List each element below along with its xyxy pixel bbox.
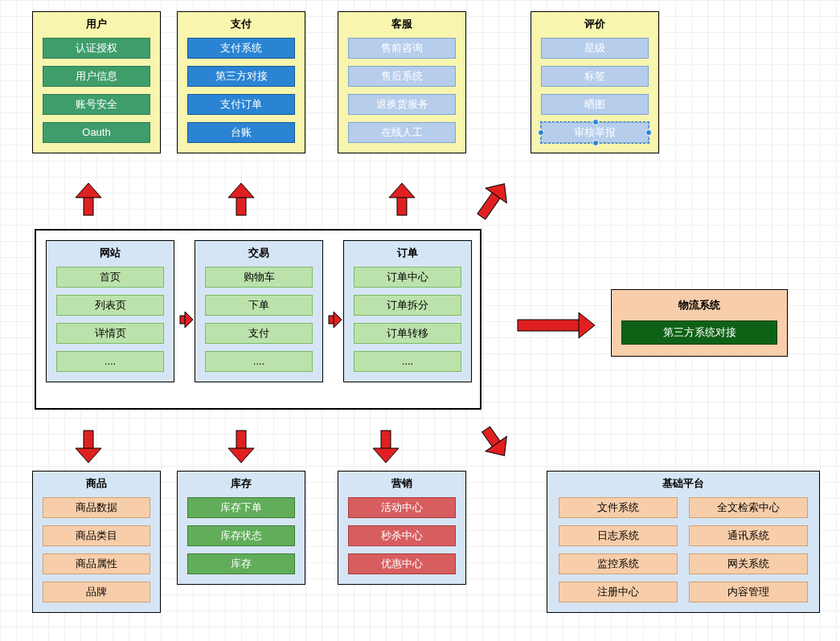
- module-review-title: 评价: [531, 12, 658, 35]
- module-marketing: 营销 活动中心 秒杀中心 优惠中心: [338, 471, 466, 585]
- item-order-transfer: 订单转移: [354, 323, 461, 344]
- module-goods: 商品 商品数据 商品类目 商品属性 品牌: [32, 471, 161, 613]
- selection-handle-icon[interactable]: [592, 119, 599, 125]
- arrow-down-icon: [373, 431, 399, 463]
- module-platform: 基础平台 文件系统 全文检索中心 日志系统 通讯系统 监控系统 网关系统 注册中…: [547, 471, 820, 613]
- module-order-title: 订单: [344, 241, 471, 263]
- item-goods-data: 商品数据: [43, 497, 150, 518]
- selection-handle-icon[interactable]: [538, 129, 544, 136]
- item-order-split: 订单拆分: [354, 295, 461, 316]
- item-dots3: ....: [354, 351, 461, 372]
- item-home: 首页: [56, 267, 164, 288]
- module-site: 网站 首页 列表页 详情页 ....: [46, 240, 174, 382]
- item-comm: 通讯系统: [689, 525, 808, 546]
- item-photo: 晒图: [541, 94, 649, 115]
- module-logistics: 物流系统 第三方系统对接: [611, 289, 788, 357]
- item-pay-order: 支付订单: [187, 94, 295, 115]
- arrow-diagonal-down-icon: [475, 422, 514, 463]
- item-3rd-sys: 第三方系统对接: [621, 320, 777, 345]
- item-online-human: 在线人工: [348, 122, 456, 143]
- item-monitor: 监控系统: [559, 553, 678, 574]
- arrow-diagonal-up-icon: [471, 177, 515, 224]
- item-auth: 认证授权: [43, 38, 150, 59]
- item-log: 日志系统: [559, 525, 678, 546]
- module-order: 订单 订单中心 订单拆分 订单转移 ....: [343, 240, 472, 382]
- item-file-sys: 文件系统: [559, 497, 678, 518]
- module-site-title: 网站: [47, 241, 174, 263]
- item-stock-status: 库存状态: [187, 525, 295, 546]
- module-cs: 客服 售前咨询 售后系统 退换货服务 在线人工: [338, 11, 466, 153]
- item-goods-attr: 商品属性: [43, 553, 150, 574]
- diagram-canvas: 用户 认证授权 用户信息 账号安全 Oauth 支付 支付系统 第三方对接 支付…: [0, 0, 840, 641]
- item-search: 全文检索中心: [689, 497, 808, 518]
- module-logistics-title: 物流系统: [612, 290, 787, 317]
- item-aftersale: 售后系统: [348, 66, 456, 87]
- item-tag: 标签: [541, 66, 649, 87]
- item-stock: 库存: [187, 553, 295, 574]
- module-stock: 库存 库存下单 库存状态 库存: [177, 471, 305, 585]
- item-star: 星级: [541, 38, 649, 59]
- selection-handle-icon[interactable]: [592, 140, 599, 146]
- item-pay-3rd: 第三方对接: [187, 66, 295, 87]
- item-dots2: ....: [205, 351, 313, 372]
- item-brand: 品牌: [43, 582, 150, 602]
- module-trade: 交易 购物车 下单 支付 ....: [195, 240, 323, 382]
- item-account-security: 账号安全: [43, 94, 150, 115]
- module-review: 评价 星级 标签 晒图 审核举报: [531, 11, 659, 153]
- item-place-order: 下单: [205, 295, 313, 316]
- module-stock-title: 库存: [178, 472, 305, 494]
- module-user: 用户 认证授权 用户信息 账号安全 Oauth: [32, 11, 161, 153]
- selection-handle-icon[interactable]: [645, 129, 652, 136]
- item-pay: 支付: [205, 323, 313, 344]
- module-pay-title: 支付: [178, 12, 305, 35]
- arrow-up-icon: [76, 183, 101, 215]
- item-goods-category: 商品类目: [43, 525, 150, 546]
- core-container: 网站 首页 列表页 详情页 .... 交易 购物车 下单 支付 .... 订单 …: [35, 229, 481, 410]
- item-pay-system: 支付系统: [187, 38, 295, 59]
- module-marketing-title: 营销: [338, 472, 465, 494]
- module-pay: 支付 支付系统 第三方对接 支付订单 台账: [177, 11, 305, 153]
- item-dots: ....: [56, 351, 164, 372]
- arrow-up-icon: [228, 183, 254, 215]
- module-cs-title: 客服: [338, 12, 465, 35]
- arrow-right-large-icon: [518, 312, 595, 338]
- item-list: 列表页: [56, 295, 164, 316]
- module-user-title: 用户: [33, 12, 160, 35]
- item-seckill: 秒杀中心: [348, 525, 456, 546]
- item-detail: 详情页: [56, 323, 164, 344]
- arrow-up-icon: [389, 183, 415, 215]
- module-goods-title: 商品: [33, 472, 160, 494]
- arrow-down-icon: [228, 431, 254, 463]
- item-order-center: 订单中心: [354, 267, 461, 288]
- item-content: 内容管理: [689, 582, 808, 602]
- arrow-down-icon: [76, 431, 101, 463]
- item-presale: 售前咨询: [348, 38, 456, 59]
- module-trade-title: 交易: [195, 241, 322, 263]
- item-discount: 优惠中心: [348, 553, 456, 574]
- item-return: 退换货服务: [348, 94, 456, 115]
- item-oauth: Oauth: [43, 122, 150, 143]
- item-userinfo: 用户信息: [43, 66, 150, 87]
- item-activity: 活动中心: [348, 497, 456, 518]
- item-cart: 购物车: [205, 267, 313, 288]
- item-stock-order: 库存下单: [187, 497, 295, 518]
- module-platform-title: 基础平台: [547, 472, 819, 494]
- item-registry: 注册中心: [559, 582, 678, 602]
- item-gateway: 网关系统: [689, 553, 808, 574]
- item-pay-ledger: 台账: [187, 122, 295, 143]
